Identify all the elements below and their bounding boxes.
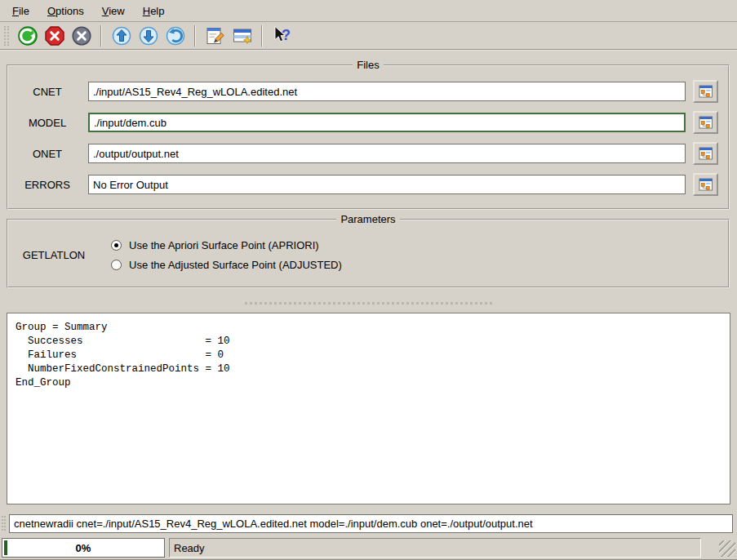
menu-help[interactable]: Help xyxy=(134,2,174,20)
file-browser-icon xyxy=(698,146,714,162)
close-button[interactable] xyxy=(69,24,94,49)
field-row-onet: ONET xyxy=(18,143,718,164)
radio-apriori-label: Use the Apriori Surface Point (APRIORI) xyxy=(129,239,319,251)
parameters-group: Parameters GETLATLON Use the Apriori Sur… xyxy=(7,213,730,288)
getlatlon-label: GETLATLON xyxy=(18,249,90,261)
history-next-button[interactable] xyxy=(135,24,161,49)
files-group-title: Files xyxy=(353,59,383,71)
toolbar-separator xyxy=(100,25,102,47)
edit-log-icon xyxy=(205,25,226,47)
radio-adjusted-label: Use the Adjusted Surface Point (ADJUSTED… xyxy=(129,259,342,271)
errors-label: ERRORS xyxy=(18,179,77,191)
toolbar-separator xyxy=(194,25,196,47)
file-browser-icon xyxy=(698,84,714,100)
splitter-handle[interactable] xyxy=(245,302,492,306)
getlatlon-row: GETLATLON Use the Apriori Surface Point … xyxy=(18,239,718,271)
parameters-group-title: Parameters xyxy=(336,213,399,225)
stop-icon xyxy=(44,25,65,47)
history-down-icon xyxy=(138,25,159,47)
stop-button[interactable] xyxy=(42,24,67,49)
progress-bar: 0% xyxy=(2,538,165,558)
toolbar: ? xyxy=(0,23,737,51)
new-window-icon xyxy=(232,25,253,47)
radio-adjusted[interactable]: Use the Adjusted Surface Point (ADJUSTED… xyxy=(111,259,342,271)
model-input[interactable] xyxy=(88,113,686,132)
errors-input[interactable] xyxy=(88,175,686,194)
menu-bar: File Options View Help xyxy=(0,0,737,22)
run-button[interactable] xyxy=(15,24,40,49)
errors-browse-button[interactable] xyxy=(693,173,718,196)
toolbar-drag-handle[interactable] xyxy=(4,26,9,46)
output-log-text: Group = Summary Successes = 10 Failures … xyxy=(16,321,721,390)
edit-log-button[interactable] xyxy=(202,24,228,49)
history-up-icon xyxy=(111,25,132,47)
cnet-browse-button[interactable] xyxy=(693,80,718,103)
model-label: MODEL xyxy=(18,117,77,129)
status-message: Ready xyxy=(169,538,701,558)
command-line-input[interactable] xyxy=(9,514,733,533)
radio-unselected-icon xyxy=(111,260,122,270)
progress-label: 0% xyxy=(2,539,164,557)
radio-selected-icon xyxy=(111,240,122,251)
close-icon xyxy=(71,25,92,47)
field-row-cnet: CNET xyxy=(18,81,718,102)
output-log-area[interactable]: Group = Summary Successes = 10 Failures … xyxy=(7,313,730,504)
field-row-errors: ERRORS xyxy=(18,174,718,195)
file-browser-icon xyxy=(698,177,714,193)
file-browser-icon xyxy=(698,115,714,131)
menu-options[interactable]: Options xyxy=(38,2,93,20)
redo-icon xyxy=(165,25,186,47)
onet-label: ONET xyxy=(18,148,77,160)
new-window-button[interactable] xyxy=(229,24,255,49)
whats-this-button[interactable]: ? xyxy=(269,24,295,49)
resize-grip[interactable] xyxy=(719,540,735,557)
go-icon xyxy=(17,25,38,47)
onet-browse-button[interactable] xyxy=(693,142,718,165)
toolbar-separator xyxy=(261,25,263,47)
files-group: Files CNET MODEL xyxy=(7,59,730,210)
status-bar: 0% Ready xyxy=(0,536,737,560)
field-row-model: MODEL xyxy=(18,112,718,133)
cnet-label: CNET xyxy=(18,86,77,98)
getlatlon-radio-group: Use the Apriori Surface Point (APRIORI) … xyxy=(111,239,342,271)
menu-file[interactable]: File xyxy=(3,2,38,20)
radio-apriori[interactable]: Use the Apriori Surface Point (APRIORI) xyxy=(111,239,342,251)
command-line-row xyxy=(2,513,733,533)
app-window: File Options View Help xyxy=(0,0,737,560)
history-previous-button[interactable] xyxy=(109,24,134,49)
model-browse-button[interactable] xyxy=(693,111,718,134)
reset-button[interactable] xyxy=(162,24,188,49)
command-line-drag-handle[interactable] xyxy=(2,516,6,531)
cnet-input[interactable] xyxy=(88,82,686,101)
whats-this-icon: ? xyxy=(271,25,294,47)
onet-input[interactable] xyxy=(88,144,686,163)
menu-view[interactable]: View xyxy=(93,2,134,20)
